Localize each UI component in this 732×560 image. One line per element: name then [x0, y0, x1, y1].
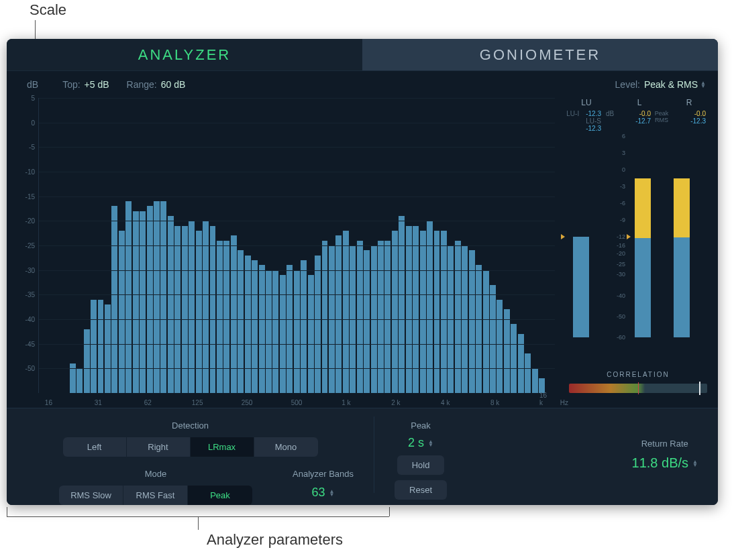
- freq-bar: [111, 206, 117, 393]
- freq-bar: [308, 275, 314, 393]
- meter-tick: -50: [617, 313, 625, 320]
- hold-button[interactable]: Hold: [397, 455, 445, 475]
- freq-bar: [160, 201, 166, 393]
- freq-bar: [147, 206, 153, 393]
- freq-bar: [469, 250, 475, 393]
- db-col-label: dB: [604, 110, 616, 132]
- tab-analyzer[interactable]: ANALYZER: [7, 39, 362, 71]
- freq-bar: [217, 241, 223, 393]
- detection-option[interactable]: Right: [127, 437, 191, 457]
- meter-scale: 630-3-6-9-12-16-20-25-30-40-50-60: [605, 136, 625, 337]
- freq-bar: [154, 201, 160, 393]
- bands-value[interactable]: 63: [312, 486, 335, 500]
- range-label: Range:: [127, 79, 157, 90]
- mode-option[interactable]: Peak: [188, 486, 252, 505]
- r-meter-fill: [674, 237, 690, 337]
- detection-label: Detection: [172, 421, 209, 431]
- r-rms-value: -12.3: [686, 117, 706, 125]
- freq-bar: [427, 221, 433, 393]
- reset-button[interactable]: Reset: [395, 480, 447, 500]
- r-meter-over: [674, 178, 690, 237]
- mode-option[interactable]: RMS Fast: [123, 486, 188, 505]
- l-title: L: [623, 98, 656, 107]
- annotation-bracket-l: [7, 507, 7, 516]
- mode-option[interactable]: RMS Slow: [59, 486, 123, 505]
- lu-s-label: LU-S: [586, 117, 601, 125]
- freq-bar: [168, 216, 174, 393]
- l-meter: [635, 136, 651, 337]
- peak-label: Peak: [411, 421, 431, 431]
- detection-option[interactable]: Mono: [254, 437, 318, 457]
- freq-bar: [245, 256, 251, 393]
- meter-tick: -3: [620, 183, 625, 190]
- level-value[interactable]: Peak & RMS: [644, 79, 698, 90]
- x-tick: 250: [242, 399, 253, 406]
- freq-bar: [272, 270, 278, 393]
- meter-tick: 0: [622, 166, 625, 173]
- meter-box: 630-3-6-9-12-16-20-25-30-40-50-60: [566, 136, 710, 337]
- freq-bar: [105, 304, 111, 393]
- bands-stepper-icon[interactable]: [329, 490, 335, 496]
- detection-segmented: LeftRightLRmaxMono: [63, 437, 318, 457]
- x-tick: 1 k: [342, 399, 350, 406]
- freq-bar: [98, 300, 104, 393]
- freq-bar: [518, 334, 524, 393]
- return-rate-value[interactable]: 11.8 dB/s: [632, 455, 698, 471]
- return-rate-text: 11.8 dB/s: [632, 455, 689, 471]
- x-tick: 31: [95, 399, 102, 406]
- meter-tick: -40: [617, 292, 625, 299]
- meter-tick: -30: [617, 271, 625, 278]
- return-rate-stepper-icon[interactable]: [692, 460, 698, 467]
- divider: [374, 416, 374, 493]
- level-label: Level:: [615, 79, 640, 90]
- level-stepper-icon[interactable]: [700, 81, 706, 88]
- peak-stepper-icon[interactable]: [428, 440, 433, 447]
- peak-value-text: 2 s: [408, 436, 424, 450]
- freq-bar: [504, 309, 510, 393]
- bands-value-text: 63: [312, 486, 325, 500]
- freq-bar: [490, 285, 496, 393]
- annotation-scale: Scale: [30, 1, 66, 19]
- freq-bar: [238, 250, 244, 393]
- freq-bar: [483, 270, 489, 393]
- detection-option[interactable]: LRmax: [191, 437, 254, 457]
- tab-goniometer[interactable]: GONIOMETER: [362, 39, 718, 71]
- range-value[interactable]: 60 dB: [161, 79, 186, 90]
- scale-bar: dB Top: +5 dB Range: 60 dB Level: Peak &…: [7, 71, 718, 98]
- annotation-params: Analyzer parameters: [207, 531, 343, 549]
- peak-value[interactable]: 2 s: [408, 436, 433, 450]
- freq-bar: [280, 275, 286, 393]
- freq-bar: [525, 353, 531, 393]
- tab-bar: ANALYZER GONIOMETER: [7, 39, 718, 71]
- meter-tick: 3: [622, 150, 625, 156]
- freq-bar: [266, 270, 272, 393]
- lu-marker-icon: [561, 234, 565, 239]
- freq-bar: [322, 241, 328, 393]
- level-meters: LU L R LU-I -12.3 LU-S -12.3 dB -0.0 -12…: [558, 98, 710, 408]
- correlation-section: CORRELATION: [566, 364, 710, 393]
- freq-bar: [301, 260, 307, 393]
- freq-bar: [259, 265, 265, 393]
- top-value[interactable]: +5 dB: [85, 79, 109, 90]
- annotation-bracket-r: [389, 507, 390, 516]
- mode-segmented: RMS SlowRMS FastPeak: [59, 486, 252, 505]
- correlation-title: CORRELATION: [566, 371, 710, 378]
- analyzer-display: Hz 1631621252505001 k2 k4 k8 k16 k 50-5-…: [15, 98, 558, 408]
- freq-bar: [335, 235, 342, 393]
- x-tick: 2 k: [391, 399, 400, 406]
- freq-bar: [399, 216, 405, 393]
- meter-tick: -6: [620, 200, 625, 207]
- freq-bar: [357, 241, 363, 393]
- freq-bar: [203, 221, 209, 393]
- meter-tick: 6: [622, 133, 625, 139]
- freq-bar: [532, 368, 538, 393]
- x-tick: 4 k: [441, 399, 450, 406]
- analyzer-parameters: Detection LeftRightLRmaxMono Mode RMS Sl…: [7, 408, 718, 505]
- freq-bar: [496, 300, 503, 393]
- x-tick: 500: [291, 399, 303, 406]
- freq-bar: [539, 378, 545, 393]
- x-tick: 125: [192, 399, 203, 406]
- freq-bar: [455, 241, 461, 393]
- x-tick: 62: [144, 399, 152, 406]
- detection-option[interactable]: Left: [63, 437, 127, 457]
